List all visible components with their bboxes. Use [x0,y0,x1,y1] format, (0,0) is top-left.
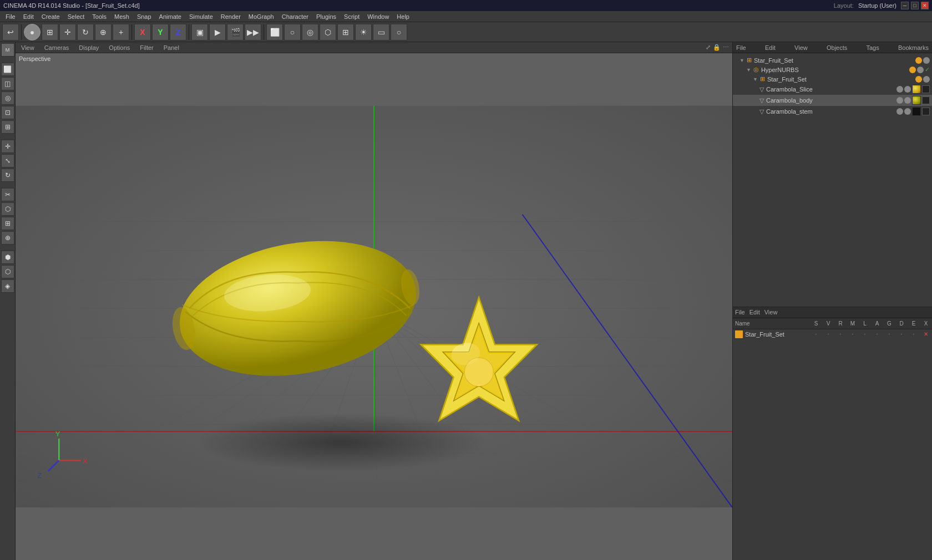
left-scene-tool[interactable]: ⊡ [1,106,14,119]
menu-render[interactable]: Render [217,13,244,21]
menu-snap[interactable]: Snap [134,13,155,21]
vis-dot-6[interactable] [923,76,930,83]
add-deform-btn[interactable]: ⬡ [320,24,336,40]
obj-file-menu[interactable]: File [736,44,746,51]
tree-item-star-fruit-top[interactable]: ▼ ⊞ Star_Fruit_Set [733,55,932,65]
axis-x-btn[interactable]: X [134,24,151,40]
menu-plugins[interactable]: Plugins [313,13,340,21]
menu-select[interactable]: Select [64,13,88,21]
mode-rotate-btn[interactable]: ↻ [77,24,94,40]
menu-create[interactable]: Create [38,13,63,21]
viewport-dots-icon[interactable]: ⋯ [723,44,729,51]
left-knife-tool[interactable]: ✂ [1,188,14,201]
main-toolbar: ↩ ● ⊞ ✛ ↻ ⊕ + X Y Z ▣ ▶ 🎬 ▶▶ ⬜ ○ ◎ ⬡ ⊞ ☀… [0,22,932,42]
axis-z-btn[interactable]: Z [170,24,186,40]
vis-dot-8[interactable] [904,86,911,93]
tab-view[interactable]: View [19,43,37,52]
menu-simulate[interactable]: Simulate [186,13,216,21]
left-magnet-tool[interactable]: ⊕ [1,231,14,245]
tree-expand-icon2: ▼ [746,67,751,73]
mode-select-btn[interactable]: + [113,24,129,40]
vis-dot-4[interactable] [917,67,924,73]
mode-object-btn[interactable]: ● [24,24,40,40]
left-anim-tool[interactable]: ◎ [1,91,14,105]
left-sculpt-tool[interactable]: ◈ [1,279,14,293]
obj-view-menu[interactable]: View [794,44,808,51]
left-scale-tool[interactable]: ⤡ [1,154,14,167]
add-scene-btn[interactable]: ◎ [302,24,318,40]
menu-animate[interactable]: Animate [156,13,185,21]
mode-scale-btn[interactable]: ⊕ [95,24,112,40]
vis-dot-11[interactable] [896,108,903,115]
vis-dot-7[interactable] [896,86,903,93]
mat-swatch-checker2 [922,96,930,104]
left-mat-tool[interactable]: ⬢ [1,251,14,264]
tab-display[interactable]: Display [77,43,101,52]
viewport-maximize-icon[interactable]: ⤢ [706,44,711,51]
tab-filter[interactable]: Filter [138,43,155,52]
object-manager: ▼ ⊞ Star_Fruit_Set ▼ ◎ HyperNURBS [733,53,932,307]
vis-dot-3[interactable] [909,67,916,73]
vis-dot-5[interactable] [915,76,922,83]
vis-dot-1[interactable] [915,57,922,64]
obj-tags-menu[interactable]: Tags [866,44,879,51]
menu-window[interactable]: Window [364,13,392,21]
menu-file[interactable]: File [2,13,19,21]
left-pts-tool[interactable]: ⊞ [1,120,14,134]
undo-btn[interactable]: ↩ [2,24,19,40]
render-pic-btn[interactable]: 🎬 [227,24,244,40]
obj-bookmarks-menu[interactable]: Bookmarks [898,44,929,51]
minimize-btn[interactable]: ─ [901,2,909,9]
left-rotate-tool[interactable]: ↻ [1,169,14,182]
obj-bottom-file[interactable]: File [735,309,745,315]
axis-y-btn[interactable]: Y [152,24,169,40]
add-sky-btn[interactable]: ○ [391,24,407,40]
tab-panel[interactable]: Panel [161,43,181,52]
tree-item-carambola-slice[interactable]: ▽ Carambola_Slice [733,84,932,95]
maximize-btn[interactable]: □ [911,2,919,9]
viewport-canvas[interactable]: Perspective [16,53,732,560]
menu-script[interactable]: Script [341,13,363,21]
left-move-tool[interactable]: ✛ [1,140,14,153]
viewport-lock-icon[interactable]: 🔒 [713,44,721,51]
menu-help[interactable]: Help [393,13,413,21]
render-view-btn[interactable]: ▶ [209,24,226,40]
left-render-tool[interactable]: ⬡ [1,265,14,278]
render-anim-btn[interactable]: ▶▶ [245,24,261,40]
add-cube-btn[interactable]: ⬜ [266,24,283,40]
obj-bottom-view[interactable]: View [764,309,778,315]
obj-objects-menu[interactable]: Objects [827,44,847,51]
tab-options[interactable]: Options [107,43,132,52]
tab-cameras[interactable]: Cameras [42,43,72,52]
tree-item-carambola-stem[interactable]: ▽ Carambola_stem [733,106,932,117]
col-a: A [873,320,881,327]
tree-item-carambola-body[interactable]: ▽ Carambola_body [733,95,932,106]
mode-box-btn[interactable]: ⊞ [42,24,58,40]
vis-dot-9[interactable] [896,97,903,104]
vis-dot-2[interactable] [923,57,930,64]
left-paint-tool[interactable]: ⊞ [1,217,14,230]
add-sphere-btn[interactable]: ○ [284,24,301,40]
render-region-btn[interactable]: ▣ [191,24,208,40]
vis-dot-10[interactable] [904,97,911,104]
close-btn[interactable]: ✕ [921,2,929,9]
left-model-tool[interactable]: M [1,43,14,57]
tree-item-hypernurbs[interactable]: ▼ ◎ HyperNURBS ✓ [733,65,932,74]
add-light-btn[interactable]: ☀ [355,24,372,40]
menu-mesh[interactable]: Mesh [111,13,133,21]
add-floor-btn[interactable]: ▭ [373,24,389,40]
mode-move-btn[interactable]: ✛ [59,24,76,40]
obj-edit-menu[interactable]: Edit [765,44,776,51]
left-hier-tool[interactable]: ◫ [1,77,14,90]
obj-row-star-fruit-set[interactable]: Star_Fruit_Set · · · · · · · · · ✕ [733,329,932,339]
left-obj-tool[interactable]: ⬜ [1,63,14,76]
tree-item-star-fruit-child[interactable]: ▼ ⊞ Star_Fruit_Set [733,74,932,84]
add-camera-btn[interactable]: ⊞ [337,24,354,40]
vis-dot-12[interactable] [904,108,911,115]
left-extrude-tool[interactable]: ⬡ [1,202,14,216]
menu-character[interactable]: Character [278,13,312,21]
menu-edit[interactable]: Edit [20,13,37,21]
menu-tools[interactable]: Tools [89,13,110,21]
obj-bottom-edit[interactable]: Edit [749,309,760,315]
menu-mograph[interactable]: MoGraph [245,13,277,21]
